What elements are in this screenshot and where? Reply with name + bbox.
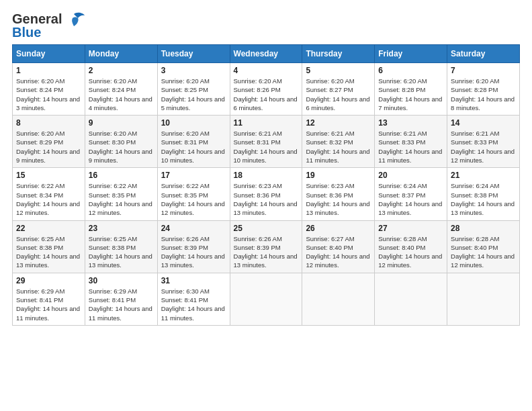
sunrise-text: Sunrise: 6:27 AM [306, 234, 371, 243]
day-number: 11 [234, 118, 299, 128]
daylight-text: Daylight: 14 hours and 10 minutes. [234, 147, 299, 165]
day-info: Sunrise: 6:20 AMSunset: 8:28 PMDaylight:… [378, 77, 443, 112]
calendar-cell: 18Sunrise: 6:23 AMSunset: 8:36 PMDayligh… [230, 168, 302, 220]
sunset-text: Sunset: 8:24 PM [89, 85, 154, 94]
sunrise-text: Sunrise: 6:20 AM [306, 77, 371, 85]
calendar-cell: 26Sunrise: 6:27 AMSunset: 8:40 PMDayligh… [302, 220, 375, 273]
weekday-header-tuesday: Tuesday [157, 45, 230, 63]
sunrise-text: Sunrise: 6:26 AM [234, 234, 299, 243]
sunrise-text: Sunrise: 6:20 AM [451, 77, 516, 85]
daylight-text: Daylight: 14 hours and 12 minutes. [306, 252, 371, 270]
calendar-cell: 28Sunrise: 6:28 AMSunset: 8:40 PMDayligh… [447, 220, 520, 273]
sunrise-text: Sunrise: 6:23 AM [306, 181, 371, 190]
sunset-text: Sunset: 8:40 PM [451, 243, 516, 252]
calendar-cell [375, 273, 447, 325]
day-info: Sunrise: 6:23 AMSunset: 8:36 PMDaylight:… [306, 181, 371, 217]
calendar-table: SundayMondayTuesdayWednesdayThursdayFrid… [12, 44, 520, 326]
sunrise-text: Sunrise: 6:20 AM [378, 77, 443, 85]
day-number: 14 [451, 118, 516, 128]
sunrise-text: Sunrise: 6:24 AM [378, 181, 443, 190]
daylight-text: Daylight: 14 hours and 13 minutes. [16, 252, 81, 270]
sunset-text: Sunset: 8:29 PM [16, 138, 81, 146]
sunset-text: Sunset: 8:32 PM [306, 138, 371, 146]
calendar-week-1: 1Sunrise: 6:20 AMSunset: 8:24 PMDaylight… [13, 63, 520, 116]
day-info: Sunrise: 6:27 AMSunset: 8:40 PMDaylight:… [306, 234, 371, 270]
logo-bird-icon [63, 11, 85, 30]
day-info: Sunrise: 6:21 AMSunset: 8:33 PMDaylight:… [451, 129, 516, 165]
day-info: Sunrise: 6:21 AMSunset: 8:31 PMDaylight:… [234, 129, 299, 165]
day-info: Sunrise: 6:25 AMSunset: 8:38 PMDaylight:… [89, 234, 154, 270]
calendar-header-row: SundayMondayTuesdayWednesdayThursdayFrid… [13, 45, 520, 63]
daylight-text: Daylight: 14 hours and 12 minutes. [16, 199, 81, 218]
sunrise-text: Sunrise: 6:22 AM [89, 181, 154, 190]
day-number: 31 [161, 276, 226, 285]
sunset-text: Sunset: 8:28 PM [378, 85, 443, 94]
day-number: 13 [378, 118, 443, 128]
day-number: 25 [234, 224, 299, 233]
day-number: 6 [378, 66, 443, 75]
logo-blue: Blue [12, 25, 41, 40]
sunrise-text: Sunrise: 6:20 AM [161, 77, 226, 85]
sunrise-text: Sunrise: 6:26 AM [161, 234, 226, 243]
day-number: 2 [89, 66, 154, 75]
day-number: 29 [16, 276, 81, 285]
calendar-cell [230, 273, 302, 325]
day-info: Sunrise: 6:21 AMSunset: 8:32 PMDaylight:… [306, 129, 371, 165]
day-info: Sunrise: 6:28 AMSunset: 8:40 PMDaylight:… [378, 234, 443, 270]
daylight-text: Daylight: 14 hours and 13 minutes. [161, 252, 226, 270]
day-info: Sunrise: 6:23 AMSunset: 8:36 PMDaylight:… [234, 181, 299, 217]
calendar-cell [302, 273, 375, 325]
weekday-header-sunday: Sunday [13, 45, 85, 63]
sunset-text: Sunset: 8:38 PM [16, 243, 81, 252]
calendar-cell: 27Sunrise: 6:28 AMSunset: 8:40 PMDayligh… [375, 220, 447, 273]
sunrise-text: Sunrise: 6:20 AM [161, 129, 226, 138]
calendar-cell: 16Sunrise: 6:22 AMSunset: 8:35 PMDayligh… [85, 168, 157, 220]
calendar-cell: 29Sunrise: 6:29 AMSunset: 8:41 PMDayligh… [13, 273, 85, 325]
sunrise-text: Sunrise: 6:24 AM [451, 181, 516, 190]
calendar-cell: 3Sunrise: 6:20 AMSunset: 8:25 PMDaylight… [157, 63, 230, 116]
day-number: 16 [89, 171, 154, 180]
day-number: 10 [161, 118, 226, 128]
calendar-cell: 6Sunrise: 6:20 AMSunset: 8:28 PMDaylight… [375, 63, 447, 116]
calendar-cell: 20Sunrise: 6:24 AMSunset: 8:37 PMDayligh… [375, 168, 447, 220]
sunrise-text: Sunrise: 6:29 AM [89, 287, 154, 295]
day-number: 26 [306, 224, 371, 233]
sunrise-text: Sunrise: 6:20 AM [234, 77, 299, 85]
sunset-text: Sunset: 8:25 PM [161, 85, 226, 94]
day-info: Sunrise: 6:24 AMSunset: 8:37 PMDaylight:… [378, 181, 443, 217]
sunrise-text: Sunrise: 6:23 AM [234, 181, 299, 190]
day-number: 24 [161, 224, 226, 233]
sunset-text: Sunset: 8:40 PM [378, 243, 443, 252]
sunrise-text: Sunrise: 6:21 AM [378, 129, 443, 138]
day-info: Sunrise: 6:26 AMSunset: 8:39 PMDaylight:… [161, 234, 226, 270]
daylight-text: Daylight: 14 hours and 13 minutes. [234, 252, 299, 270]
calendar-cell: 4Sunrise: 6:20 AMSunset: 8:26 PMDaylight… [230, 63, 302, 116]
day-info: Sunrise: 6:20 AMSunset: 8:27 PMDaylight:… [306, 77, 371, 112]
sunset-text: Sunset: 8:41 PM [89, 295, 154, 304]
calendar-week-2: 8Sunrise: 6:20 AMSunset: 8:29 PMDaylight… [13, 116, 520, 168]
calendar-cell: 9Sunrise: 6:20 AMSunset: 8:30 PMDaylight… [85, 116, 157, 168]
sunset-text: Sunset: 8:41 PM [16, 295, 81, 304]
sunrise-text: Sunrise: 6:21 AM [306, 129, 371, 138]
sunset-text: Sunset: 8:38 PM [89, 243, 154, 252]
day-number: 22 [16, 224, 81, 233]
sunset-text: Sunset: 8:39 PM [234, 243, 299, 252]
logo-general: General [12, 11, 62, 26]
sunrise-text: Sunrise: 6:30 AM [161, 287, 226, 295]
calendar-cell: 14Sunrise: 6:21 AMSunset: 8:33 PMDayligh… [447, 116, 520, 168]
day-number: 27 [378, 224, 443, 233]
daylight-text: Daylight: 14 hours and 5 minutes. [161, 95, 226, 113]
daylight-text: Daylight: 14 hours and 12 minutes. [89, 199, 154, 218]
daylight-text: Daylight: 14 hours and 11 minutes. [378, 147, 443, 165]
sunset-text: Sunset: 8:40 PM [306, 243, 371, 252]
sunrise-text: Sunrise: 6:20 AM [16, 129, 81, 138]
day-number: 21 [451, 171, 516, 180]
daylight-text: Daylight: 14 hours and 13 minutes. [451, 199, 516, 218]
calendar-week-4: 22Sunrise: 6:25 AMSunset: 8:38 PMDayligh… [13, 220, 520, 273]
day-info: Sunrise: 6:22 AMSunset: 8:35 PMDaylight:… [89, 181, 154, 217]
day-info: Sunrise: 6:30 AMSunset: 8:41 PMDaylight:… [161, 287, 226, 322]
daylight-text: Daylight: 14 hours and 3 minutes. [16, 95, 81, 113]
sunrise-text: Sunrise: 6:20 AM [16, 77, 81, 85]
day-number: 12 [306, 118, 371, 128]
calendar-cell: 5Sunrise: 6:20 AMSunset: 8:27 PMDaylight… [302, 63, 375, 116]
